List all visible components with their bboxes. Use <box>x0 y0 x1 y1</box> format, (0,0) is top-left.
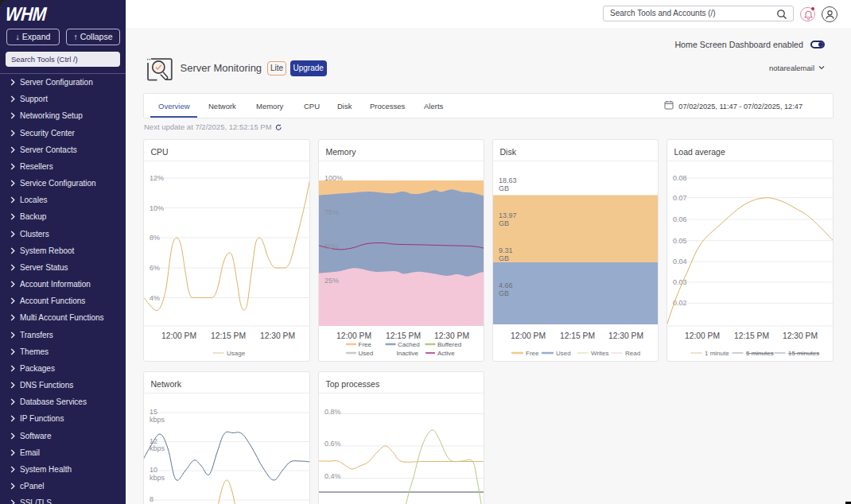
svg-text:12:30 PM: 12:30 PM <box>608 331 643 340</box>
svg-text:12:00 PM: 12:00 PM <box>511 331 546 340</box>
svg-text:12:00 PM: 12:00 PM <box>161 331 196 340</box>
svg-text:13.97: 13.97 <box>499 211 517 219</box>
svg-text:10: 10 <box>150 466 157 474</box>
svg-text:100%: 100% <box>324 174 343 182</box>
svg-text:12:00 PM: 12:00 PM <box>336 331 371 340</box>
svg-text:0.05: 0.05 <box>673 237 687 245</box>
svg-text:18.63: 18.63 <box>499 176 517 184</box>
svg-text:kbps: kbps <box>150 474 165 482</box>
svg-text:12:15 PM: 12:15 PM <box>211 331 246 340</box>
svg-text:0.6%: 0.6% <box>324 440 341 448</box>
svg-text:GB: GB <box>499 289 509 297</box>
svg-text:12:30 PM: 12:30 PM <box>783 331 818 340</box>
svg-text:50%: 50% <box>324 242 339 250</box>
svg-text:0.4%: 0.4% <box>324 472 341 480</box>
svg-text:4.66: 4.66 <box>499 281 513 289</box>
svg-text:Usage: Usage <box>227 350 246 357</box>
svg-text:9.31: 9.31 <box>499 246 513 254</box>
svg-text:0.06: 0.06 <box>673 215 687 223</box>
svg-text:Read: Read <box>625 350 640 357</box>
svg-text:8%: 8% <box>150 234 160 242</box>
svg-text:12:30 PM: 12:30 PM <box>434 331 469 340</box>
svg-text:Used: Used <box>359 350 374 357</box>
svg-text:0.08: 0.08 <box>673 174 687 182</box>
svg-text:0.8%: 0.8% <box>324 408 341 416</box>
svg-text:5 minutes: 5 minutes <box>746 350 774 357</box>
svg-text:12:15 PM: 12:15 PM <box>734 331 769 340</box>
svg-text:GB: GB <box>499 254 509 262</box>
svg-text:Cached: Cached <box>398 341 420 348</box>
svg-text:12%: 12% <box>150 174 164 182</box>
svg-text:Buffered: Buffered <box>437 341 461 348</box>
svg-text:kbps: kbps <box>150 416 165 424</box>
svg-text:12:15 PM: 12:15 PM <box>386 331 421 340</box>
svg-text:Writes: Writes <box>591 350 609 357</box>
svg-text:75%: 75% <box>324 208 339 216</box>
svg-text:Free: Free <box>359 341 372 348</box>
svg-text:1 minute: 1 minute <box>705 350 729 357</box>
svg-text:10%: 10% <box>150 204 164 212</box>
svg-text:0.04: 0.04 <box>673 258 687 266</box>
svg-text:GB: GB <box>499 219 509 227</box>
svg-text:GB: GB <box>499 184 509 192</box>
svg-text:Free: Free <box>526 350 539 357</box>
svg-text:6%: 6% <box>150 264 160 272</box>
svg-text:15: 15 <box>150 408 157 416</box>
svg-text:Inactive: Inactive <box>397 350 419 357</box>
svg-text:Active: Active <box>437 350 455 357</box>
svg-text:8: 8 <box>150 495 153 503</box>
svg-text:12:30 PM: 12:30 PM <box>260 331 295 340</box>
svg-text:12:15 PM: 12:15 PM <box>560 331 595 340</box>
svg-text:0.07: 0.07 <box>673 194 687 202</box>
svg-text:12:00 PM: 12:00 PM <box>685 331 720 340</box>
svg-text:4%: 4% <box>150 294 160 302</box>
svg-text:0.03: 0.03 <box>673 278 687 286</box>
svg-text:15 minutes: 15 minutes <box>788 350 819 357</box>
svg-text:kbps: kbps <box>150 444 165 452</box>
svg-text:Used: Used <box>556 350 571 357</box>
svg-text:25%: 25% <box>324 277 339 285</box>
